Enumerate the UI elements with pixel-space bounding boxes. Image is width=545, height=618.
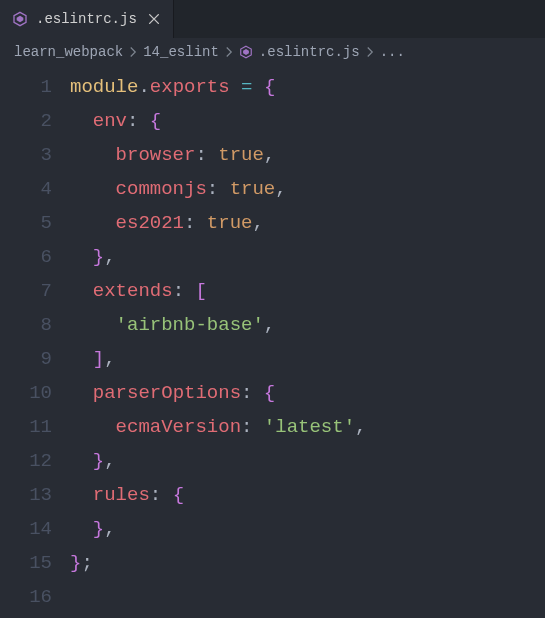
- code-line: },: [70, 240, 545, 274]
- line-number: 15: [0, 546, 52, 580]
- code-content[interactable]: module.exports = { env: { browser: true,…: [70, 66, 545, 614]
- line-number-gutter: 1 2 3 4 5 6 7 8 9 10 11 12 13 14 15 16: [0, 66, 70, 614]
- line-number: 1: [0, 70, 52, 104]
- code-line: env: {: [70, 104, 545, 138]
- code-line: 'airbnb-base',: [70, 308, 545, 342]
- breadcrumb-label: learn_webpack: [14, 44, 123, 60]
- breadcrumb-file[interactable]: .eslintrc.js: [239, 44, 360, 60]
- line-number: 6: [0, 240, 52, 274]
- line-number: 5: [0, 206, 52, 240]
- line-number: 13: [0, 478, 52, 512]
- chevron-right-icon: [127, 46, 139, 58]
- close-icon[interactable]: [145, 10, 163, 28]
- line-number: 16: [0, 580, 52, 614]
- line-number: 12: [0, 444, 52, 478]
- breadcrumb: learn_webpack 14_eslint .eslintrc.js ...: [0, 38, 545, 66]
- line-number: 8: [0, 308, 52, 342]
- code-line: browser: true,: [70, 138, 545, 172]
- line-number: 2: [0, 104, 52, 138]
- code-line: rules: {: [70, 478, 545, 512]
- breadcrumb-label: .eslintrc.js: [259, 44, 360, 60]
- tab-bar: .eslintrc.js: [0, 0, 545, 38]
- eslint-file-icon: [12, 11, 28, 27]
- code-line: parserOptions: {: [70, 376, 545, 410]
- line-number: 10: [0, 376, 52, 410]
- code-line: ],: [70, 342, 545, 376]
- code-line: commonjs: true,: [70, 172, 545, 206]
- code-editor[interactable]: 1 2 3 4 5 6 7 8 9 10 11 12 13 14 15 16 m…: [0, 66, 545, 614]
- code-line: },: [70, 444, 545, 478]
- code-line: module.exports = {: [70, 70, 545, 104]
- breadcrumb-label: ...: [380, 44, 405, 60]
- tab-eslintrc[interactable]: .eslintrc.js: [0, 0, 174, 38]
- svg-marker-3: [243, 49, 249, 55]
- tab-label: .eslintrc.js: [36, 11, 137, 27]
- code-line: };: [70, 546, 545, 580]
- chevron-right-icon: [364, 46, 376, 58]
- code-line: },: [70, 512, 545, 546]
- line-number: 9: [0, 342, 52, 376]
- breadcrumb-folder-1[interactable]: learn_webpack: [14, 44, 123, 60]
- code-line: es2021: true,: [70, 206, 545, 240]
- eslint-file-icon: [239, 45, 253, 59]
- svg-marker-1: [17, 16, 24, 23]
- breadcrumb-symbol[interactable]: ...: [380, 44, 405, 60]
- code-line: extends: [: [70, 274, 545, 308]
- line-number: 4: [0, 172, 52, 206]
- code-line: [70, 580, 545, 614]
- code-line: ecmaVersion: 'latest',: [70, 410, 545, 444]
- line-number: 11: [0, 410, 52, 444]
- line-number: 3: [0, 138, 52, 172]
- line-number: 14: [0, 512, 52, 546]
- chevron-right-icon: [223, 46, 235, 58]
- line-number: 7: [0, 274, 52, 308]
- breadcrumb-folder-2[interactable]: 14_eslint: [143, 44, 219, 60]
- breadcrumb-label: 14_eslint: [143, 44, 219, 60]
